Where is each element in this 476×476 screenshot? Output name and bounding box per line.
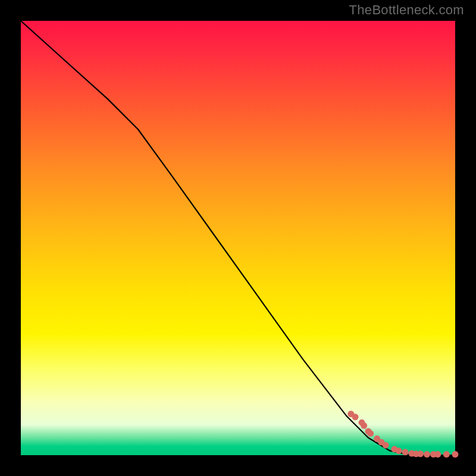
- data-dot: [352, 414, 359, 420]
- data-dot: [402, 449, 409, 455]
- watermark-text: TheBottleneck.com: [349, 2, 464, 18]
- data-dot: [452, 451, 459, 458]
- chart-overlay: [21, 21, 455, 455]
- chart-frame: TheBottleneck.com: [0, 0, 476, 476]
- data-dot: [361, 422, 367, 429]
- data-dot: [383, 442, 389, 449]
- data-dot: [396, 447, 402, 454]
- data-dot: [417, 450, 424, 457]
- data-dot: [434, 451, 441, 458]
- data-dot: [443, 451, 450, 458]
- data-dot: [424, 451, 430, 458]
- curve-line: [21, 21, 455, 455]
- data-dot: [367, 430, 374, 437]
- plot-area: [21, 21, 455, 455]
